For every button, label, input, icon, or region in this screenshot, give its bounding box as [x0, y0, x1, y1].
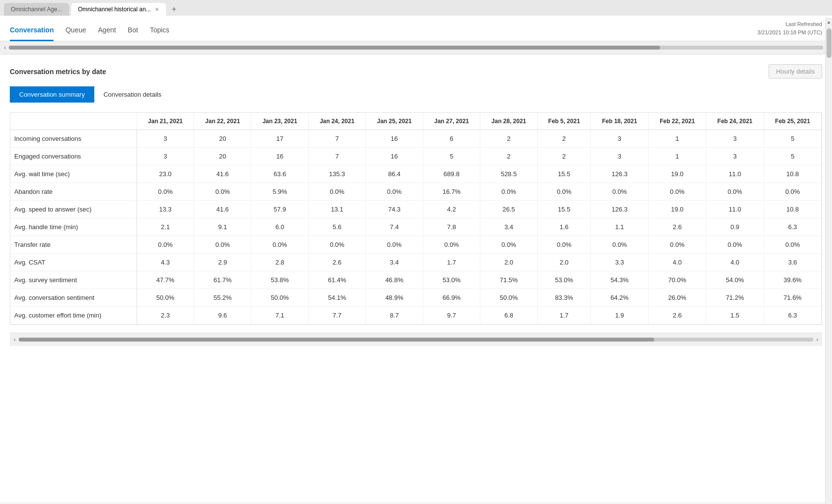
nav-tab-agent[interactable]: Agent	[98, 19, 116, 41]
table-row: Avg. customer effort time (min)2.39.67.1…	[10, 307, 822, 324]
metric-label: Avg. conversation sentiment	[10, 289, 137, 307]
metric-value: 0.0%	[308, 236, 366, 254]
metric-value: 2.0	[480, 254, 538, 271]
header-metric-label	[10, 113, 137, 130]
metric-value: 2.6	[308, 254, 366, 271]
metric-value: 6.3	[764, 218, 821, 236]
scroll-track[interactable]	[9, 46, 823, 50]
scroll-track-bottom[interactable]	[19, 338, 813, 342]
metric-value: 71.5%	[480, 271, 538, 289]
metric-value: 5	[764, 148, 821, 165]
metric-value: 47.7%	[137, 271, 194, 289]
metric-value: 70.0%	[648, 271, 706, 289]
metric-value: 19.0	[648, 201, 706, 218]
table-row: Avg. CSAT4.32.92.82.63.41.72.02.03.34.04…	[10, 254, 822, 271]
metric-value: 6.8	[480, 307, 538, 324]
sub-tab-list: Conversation summary Conversation detail…	[10, 86, 822, 103]
right-scrollbar[interactable]: ▲	[825, 18, 832, 502]
metric-value: 39.6%	[764, 271, 821, 289]
metric-value: 26.5	[480, 201, 538, 218]
metric-value: 2	[537, 130, 591, 148]
metric-label: Avg. CSAT	[10, 254, 137, 271]
metric-value: 7	[308, 130, 366, 148]
metric-value: 4.0	[706, 254, 764, 271]
scroll-left-button[interactable]: ‹	[4, 44, 6, 51]
scroll-thumb	[9, 46, 660, 50]
scroll-left-button-bottom[interactable]: ‹	[14, 336, 16, 343]
nav-tab-list: Conversation Queue Agent Bot Topics	[10, 16, 169, 41]
metric-label: Avg. customer effort time (min)	[10, 307, 137, 324]
metric-value: 1.1	[591, 218, 648, 236]
vertical-scroll-thumb	[827, 28, 832, 58]
metric-value: 41.6	[194, 165, 251, 183]
metric-label: Avg. wait time (sec)	[10, 165, 137, 183]
metric-value: 17	[251, 130, 308, 148]
metric-value: 15.5	[537, 165, 591, 183]
sub-tab-conversation-summary[interactable]: Conversation summary	[10, 86, 94, 103]
metric-value: 2.6	[648, 307, 706, 324]
metric-value: 41.6	[194, 201, 251, 218]
metric-value: 20	[194, 148, 251, 165]
metric-value: 20	[194, 130, 251, 148]
metric-value: 64.2%	[591, 289, 648, 307]
nav-tab-bot[interactable]: Bot	[128, 19, 138, 41]
metric-value: 48.9%	[366, 289, 423, 307]
metric-value: 5	[423, 148, 480, 165]
metric-value: 9.6	[194, 307, 251, 324]
metric-value: 0.0%	[648, 183, 706, 201]
metric-value: 16.7%	[423, 183, 480, 201]
metric-value: 4.2	[423, 201, 480, 218]
metric-value: 5	[764, 130, 821, 148]
metric-value: 0.0%	[537, 236, 591, 254]
metric-value: 0.0%	[648, 236, 706, 254]
top-scrollbar: ‹ ›	[0, 41, 832, 54]
table-row: Avg. conversation sentiment50.0%55.2%50.…	[10, 289, 822, 307]
scroll-right-button-bottom[interactable]: ›	[816, 336, 818, 343]
table-row: Incoming conversations320177166223135	[10, 130, 822, 148]
metric-value: 57.9	[251, 201, 308, 218]
metric-value: 50.0%	[137, 289, 194, 307]
metric-value: 63.6	[251, 165, 308, 183]
metric-value: 3	[591, 130, 648, 148]
tab-omnichannel-agent[interactable]: Omnichannel Age...	[4, 3, 69, 16]
metric-value: 50.0%	[251, 289, 308, 307]
metric-value: 11.0	[706, 165, 764, 183]
header-date-6: Jan 27, 2021	[423, 113, 480, 130]
sub-tab-conversation-details[interactable]: Conversation details	[94, 86, 171, 103]
data-table: Jan 21, 2021Jan 22, 2021Jan 23, 2021Jan …	[10, 113, 822, 324]
metric-value: 1.9	[591, 307, 648, 324]
metric-value: 0.0%	[706, 183, 764, 201]
metric-value: 528.5	[480, 165, 538, 183]
metric-value: 86.4	[366, 165, 423, 183]
header-date-10: Feb 22, 2021	[648, 113, 706, 130]
scroll-up-icon[interactable]: ▲	[825, 18, 832, 27]
header-date-1: Jan 21, 2021	[137, 113, 194, 130]
metric-value: 0.0%	[366, 183, 423, 201]
metric-value: 13.1	[308, 201, 366, 218]
metric-value: 46.8%	[366, 271, 423, 289]
metric-value: 0.0%	[480, 236, 538, 254]
table-body: Incoming conversations320177166223135Eng…	[10, 130, 822, 324]
add-tab-button[interactable]: +	[168, 3, 180, 16]
metric-value: 2.9	[194, 254, 251, 271]
metric-value: 0.0%	[591, 236, 648, 254]
last-refreshed-value: 3/21/2021 10:18 PM (UTC)	[757, 28, 822, 37]
tab-omnichannel-historical[interactable]: Omnichannel historical an... ✕	[71, 3, 166, 16]
metric-value: 3	[137, 130, 194, 148]
last-refreshed: Last Refreshed 3/21/2021 10:18 PM (UTC)	[757, 20, 822, 36]
metric-value: 9.1	[194, 218, 251, 236]
close-icon[interactable]: ✕	[155, 6, 159, 13]
metric-value: 2.1	[137, 218, 194, 236]
metric-value: 0.0%	[194, 183, 251, 201]
table-header: Jan 21, 2021Jan 22, 2021Jan 23, 2021Jan …	[10, 113, 822, 130]
nav-tab-conversation[interactable]: Conversation	[10, 19, 54, 41]
metric-value: 0.9	[706, 218, 764, 236]
metric-value: 8.7	[366, 307, 423, 324]
metric-label: Abandon rate	[10, 183, 137, 201]
nav-tab-topics[interactable]: Topics	[150, 19, 169, 41]
metric-value: 53.0%	[423, 271, 480, 289]
metric-label: Engaged conversations	[10, 148, 137, 165]
hourly-details-button[interactable]: Hourly details	[769, 64, 822, 79]
nav-tab-queue[interactable]: Queue	[65, 19, 86, 41]
metric-value: 3.4	[366, 254, 423, 271]
